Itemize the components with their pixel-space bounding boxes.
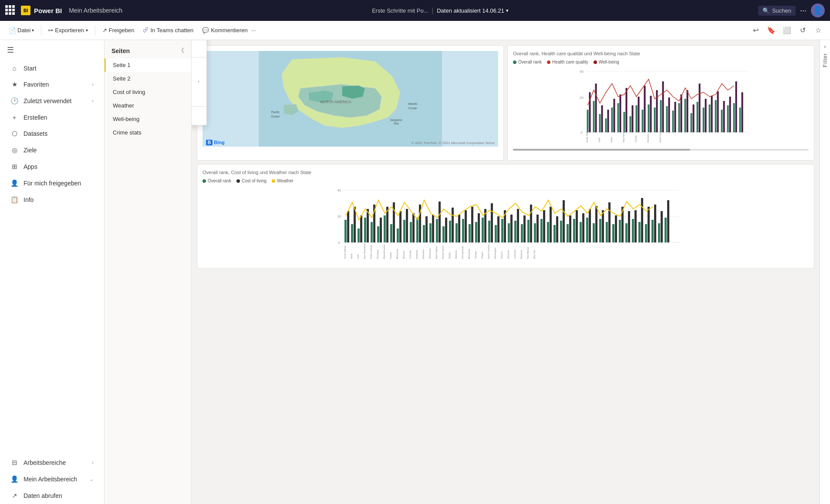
search-box[interactable]: 🔍 Suchen [758,6,796,16]
page-item-weather[interactable]: Weather [105,99,191,112]
svg-rect-172 [608,202,611,242]
svg-rect-136 [491,203,493,242]
page-item-wellbeing[interactable]: Well-being [105,112,191,126]
page-item-crime[interactable]: Crime stats [105,126,191,139]
avatar[interactable]: 👤 [811,3,825,17]
bookmark-button[interactable]: 🔖 [765,24,778,37]
svg-rect-93 [351,224,353,242]
database-icon: ⬡ [10,130,18,138]
svg-text:20: 20 [337,215,341,218]
svg-rect-52 [666,106,668,132]
svg-text:Idaho: Idaho [350,253,353,259]
svg-rect-64 [703,108,705,132]
svg-rect-108 [399,211,402,242]
refresh-button[interactable]: ↺ [796,24,809,37]
star-button[interactable]: ☆ [812,24,825,37]
svg-rect-117 [429,223,432,242]
svg-rect-115 [423,225,425,242]
sidebar-item-label: Info [24,196,34,203]
updated-label[interactable]: Daten aktualisiert 14.06.21 ▾ [437,7,509,14]
top-bar: BI Power BI Mein Arbeitsbereich Erste Sc… [0,0,830,21]
svg-rect-126 [458,215,460,242]
filter-panel[interactable]: › Filter [820,40,830,504]
sidebar-collapse-btn[interactable]: ☰ [0,40,104,60]
export-icon: ↦ [48,27,53,34]
svg-rect-43 [638,97,640,132]
kommentieren-button[interactable]: 💬 Kommentieren ··· [199,25,259,35]
hamburger-icon: ☰ [7,45,14,55]
legend-dot-overall [513,60,516,64]
svg-rect-72 [727,105,729,132]
undo-button[interactable]: ↩ [749,24,762,37]
sidebar-item-start[interactable]: ⌂ Start [3,60,101,76]
pages-collapse-button[interactable]: 《 [178,47,184,55]
sidebar-daten-abrufen[interactable]: ↗ Daten abrufen [3,487,101,504]
legend-cost: Cost of living [236,178,267,183]
chart-legend-top: Overall rank Health care quality Well-be… [513,60,809,64]
svg-text:South Dakota: South Dakota [344,245,346,259]
topbar-more-button[interactable]: ··· [800,6,806,15]
svg-text:Missouri: Missouri [402,251,405,259]
freigeben-button[interactable]: ↗ Freigeben [99,25,138,35]
svg-rect-63 [699,84,701,132]
svg-rect-138 [497,216,499,242]
sidebar-arbeitsbereiche[interactable]: ⊟ Arbeitsbereiche › [3,454,101,471]
dropdown-settings[interactable]: ⚙ Einstellungen [192,108,206,123]
exportieren-button[interactable]: ↦ Exportieren ▾ [45,25,91,35]
svg-rect-170 [602,210,604,242]
svg-rect-66 [709,104,711,132]
legend-dot-weather [272,179,275,183]
svg-rect-110 [406,209,408,242]
svg-text:North Carolina: North Carolina [370,245,372,259]
svg-rect-54 [672,111,674,132]
legend-label: Overall rank [208,178,231,183]
waffle-menu[interactable] [5,5,16,16]
chart-scrollbar[interactable] [513,149,809,151]
dropdown-embed[interactable]: </> Bericht einbetten › [192,74,206,88]
sidebar-item-zuletzt[interactable]: 🕐 Zuletzt verwendet › [3,93,101,109]
dropdown-qr[interactable]: QR-Code generieren [192,88,206,104]
page-item-seite2[interactable]: Seite 2 [105,72,191,85]
svg-rect-175 [619,220,621,242]
svg-rect-92 [347,211,349,242]
svg-rect-71 [723,101,725,132]
sidebar-item-label: Für mich freigegeben [24,180,81,187]
svg-text:0: 0 [580,131,583,134]
svg-rect-39 [626,88,628,132]
topbar-right: 🔍 Suchen ··· 👤 [758,3,825,17]
datei-label: Datei [17,27,30,34]
avatar-icon: 👤 [813,6,823,15]
svg-rect-159 [567,224,569,242]
sidebar-item-apps[interactable]: ⊞ Apps [3,158,101,175]
teams-button[interactable]: 🗪 In Teams chatten [139,25,197,35]
sidebar-item-info[interactable]: 📋 Info [3,192,101,208]
svg-text:North Carolina: North Carolina [659,128,661,142]
bing-logo: B Bing [206,140,225,145]
chevron-right-icon: › [92,81,94,87]
sidebar-item-freigegeben[interactable]: 👤 Für mich freigegeben [3,175,101,192]
sidebar-item-ziele[interactable]: ◎ Ziele [3,142,101,158]
page-item-cost[interactable]: Cost of living [105,85,191,99]
dropdown-pbix[interactable]: ⬇ PBIX-Datei herunterladen [192,40,206,55]
dropdown-print[interactable]: 🖨 Diese Seite drucken [192,59,206,74]
svg-rect-99 [371,222,373,242]
svg-rect-103 [384,215,386,242]
svg-rect-94 [354,207,356,242]
sidebar-item-label: Start [24,65,37,72]
map-chart: NORTH AMERICA Pacific Ocean Atlantic Oce… [197,45,504,161]
datei-dropdown[interactable]: 📄 Datei ▾ [5,25,37,36]
svg-rect-181 [638,222,641,242]
page-item-seite1[interactable]: Seite 1 [105,58,191,72]
chart-legend-bottom: Overall rank Cost of living Weather [202,178,809,183]
sidebar-item-erstellen[interactable]: + Erstellen [3,109,101,125]
svg-rect-40 [630,116,631,132]
sidebar-item-datasets[interactable]: ⬡ Datasets [3,125,101,142]
sidebar-mein-arbeitsbereich[interactable]: 👤 Mein Arbeitsbereich ⌄ [3,471,101,487]
layout-button[interactable]: ⬜ [780,24,793,37]
dropdown-divider-2 [192,106,206,107]
toolbar-separator-2 [95,25,95,36]
svg-rect-180 [634,210,637,242]
sidebar-item-favoriten[interactable]: ★ Favoriten › [3,76,101,93]
svg-rect-77 [742,92,743,132]
svg-text:New Hampshire: New Hampshire [622,127,625,142]
